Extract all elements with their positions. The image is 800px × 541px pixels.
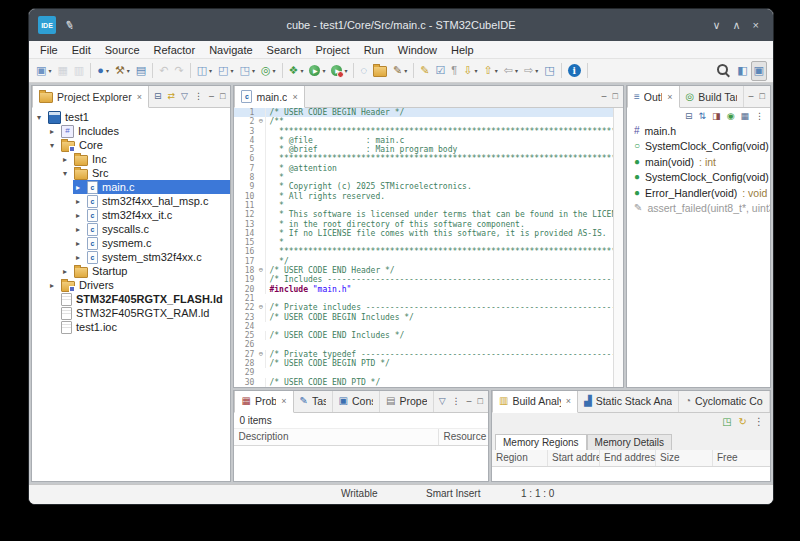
menu-help[interactable]: Help <box>444 43 481 57</box>
tab-outline[interactable]: ≡Outline× <box>627 86 680 108</box>
undo-button[interactable]: ↶ <box>156 61 171 81</box>
fold-marker-icon[interactable]: ⊖ <box>256 117 265 126</box>
tab-static-stack-analyzer[interactable]: ▟Static Stack Analyzer <box>578 391 679 412</box>
minimize-icon[interactable]: ‒ <box>209 92 214 101</box>
tab-problems[interactable]: ▦Problems× <box>234 391 293 413</box>
fold-marker-icon[interactable]: ⊖ <box>256 266 265 275</box>
hide-static-icon[interactable]: ◉ <box>727 111 735 121</box>
outline-item-main-void[interactable]: ●main(void) : int <box>627 154 770 170</box>
open-resource-button[interactable] <box>370 61 390 81</box>
column-header-description[interactable]: Description <box>234 429 439 445</box>
tab-project-explorer[interactable]: Project Explorer× <box>32 86 149 108</box>
save-all-button[interactable]: ▥ <box>71 61 87 81</box>
collapsed-arrow-icon[interactable]: ▸ <box>73 183 83 192</box>
minimize-icon[interactable]: ‒ <box>467 397 472 406</box>
program-flash-button[interactable]: ▤ <box>133 61 149 81</box>
forward-button[interactable]: ⇨▾ <box>521 61 541 81</box>
save-button[interactable]: ▦ <box>54 61 70 81</box>
view-menu-icon[interactable]: ⋮ <box>194 92 203 101</box>
tree-item-stm32f4xx-hal-msp-c[interactable]: ▸stm32f4xx_hal_msp.c <box>32 194 230 208</box>
view-menu-icon[interactable]: ⋮ <box>452 397 461 406</box>
menu-edit[interactable]: Edit <box>65 43 98 57</box>
menu-navigate[interactable]: Navigate <box>202 43 259 57</box>
open-perspective-button[interactable]: ◧ <box>734 61 750 81</box>
redo-button[interactable]: ↷ <box>171 61 186 81</box>
menu-run[interactable]: Run <box>357 43 391 57</box>
search-button[interactable] <box>713 61 734 81</box>
outline-item-systemclock-config-void[interactable]: ●SystemClock_Config(void) : void <box>627 170 770 186</box>
collapsed-arrow-icon[interactable]: ▸ <box>73 211 83 220</box>
collapsed-arrow-icon[interactable]: ▸ <box>60 155 70 164</box>
block-selection-button[interactable]: ☑ <box>432 61 448 81</box>
new-source-file-button[interactable]: ◫▾ <box>194 61 215 81</box>
menu-project[interactable]: Project <box>308 43 356 57</box>
pin-icon[interactable]: ✎ <box>63 18 75 33</box>
tree-item-stm32f405rgtx-ram-ld[interactable]: STM32F405RGTX_RAM.ld <box>32 306 230 320</box>
column-header-size[interactable]: Size <box>656 450 713 466</box>
close-button[interactable]: × <box>753 19 759 32</box>
collapsed-arrow-icon[interactable]: ▸ <box>60 267 70 276</box>
tree-item-sysmem-c[interactable]: ▸sysmem.c <box>32 236 230 250</box>
title-bar[interactable]: IDE ✎ cube - test1/Core/Src/main.c - STM… <box>29 9 773 41</box>
tab-properties[interactable]: ▤Properties <box>380 391 434 412</box>
tab-build-analyzer[interactable]: ▥Build Analyzer× <box>492 391 578 413</box>
subtab-memory-details[interactable]: Memory Details <box>587 434 672 450</box>
tab-cyclomatic-complexity[interactable]: ◔Cyclomatic Complexity <box>679 391 770 412</box>
hide-non-public-icon[interactable]: ▦ <box>740 111 749 121</box>
tree-item-inc[interactable]: ▸Inc <box>32 152 230 166</box>
close-tab-icon[interactable]: × <box>137 92 142 102</box>
tree-item-stm32f405rgtx-flash-ld[interactable]: STM32F405RGTX_FLASH.ld <box>32 292 230 306</box>
column-header-end-address[interactable]: End address <box>600 450 656 466</box>
tree-item-test1[interactable]: ▾test1 <box>32 110 230 124</box>
maximize-icon[interactable]: □ <box>478 397 483 406</box>
column-header-start-address[interactable]: Start address <box>548 450 600 466</box>
maximize-icon[interactable]: □ <box>220 92 225 101</box>
next-annotation-button[interactable]: ⇩▾ <box>460 61 480 81</box>
refresh-icon[interactable]: ↻ <box>739 416 747 427</box>
close-tab-icon[interactable]: × <box>566 396 571 406</box>
outline-item-assert-failed-uint8-t-uint32-t[interactable]: ✎assert_failed(uint8_t*, uint32_t) <box>627 201 770 217</box>
tab-console[interactable]: ▣Console <box>333 391 380 412</box>
coverage-button[interactable]: ◎▾ <box>258 61 279 81</box>
collapsed-arrow-icon[interactable]: ▸ <box>73 253 83 262</box>
minimize-icon[interactable]: ‒ <box>749 92 754 101</box>
cpp-perspective-button[interactable]: ▣ <box>751 61 767 81</box>
target-status-button[interactable]: ●▾ <box>94 61 112 81</box>
collapse-all-icon[interactable]: ⊟ <box>685 111 693 121</box>
link-editor-icon[interactable]: ⇄ <box>168 92 176 101</box>
hide-fields-icon[interactable]: ◨ <box>712 111 721 121</box>
minimize-button[interactable]: ∨ <box>712 19 720 32</box>
fold-marker-icon[interactable]: ⊖ <box>256 350 265 359</box>
collapse-all-icon[interactable]: ⊟ <box>154 92 162 101</box>
maximize-button[interactable]: ∧ <box>733 19 741 32</box>
new-header-file-button[interactable]: ◰▾ <box>215 61 236 81</box>
maximize-icon[interactable]: □ <box>613 92 618 101</box>
show-whitespace-button[interactable]: ¶ <box>448 61 460 81</box>
info-center-button[interactable]: i <box>565 61 584 81</box>
tree-item-startup[interactable]: ▸Startup <box>32 264 230 278</box>
tab-tasks[interactable]: ✎Tasks <box>294 391 333 412</box>
collapsed-arrow-icon[interactable]: ▸ <box>73 239 83 248</box>
tree-item-test1-ioc[interactable]: test1.ioc <box>32 320 230 334</box>
collapsed-arrow-icon[interactable]: ▸ <box>47 281 57 290</box>
subtab-memory-regions[interactable]: Memory Regions <box>495 434 587 450</box>
open-element-button[interactable]: ◌ <box>357 61 370 81</box>
new-wizard-button[interactable]: ▣▾ <box>33 61 54 81</box>
expanded-arrow-icon[interactable]: ▾ <box>60 169 70 178</box>
build-button[interactable]: ⚒▾ <box>112 61 133 81</box>
collapsed-arrow-icon[interactable]: ▸ <box>47 127 57 136</box>
external-tools-button[interactable]: ▶▾ <box>328 61 350 81</box>
tree-item-stm32f4xx-it-c[interactable]: ▸stm32f4xx_it.c <box>32 208 230 222</box>
menu-file[interactable]: File <box>33 43 65 57</box>
close-tab-icon[interactable]: × <box>281 396 286 406</box>
menu-search[interactable]: Search <box>260 43 309 57</box>
code-editor[interactable]: 1/* USER CODE BEGIN Header */2⊖/**3 ****… <box>234 108 613 387</box>
column-header-resource[interactable]: Resource <box>439 429 488 445</box>
prev-annotation-button[interactable]: ⇧▾ <box>480 61 500 81</box>
tab-main-c[interactable]: main.c× <box>234 86 304 108</box>
annotate-button[interactable]: ✎▾ <box>390 61 410 81</box>
debug-button[interactable]: ❖▾ <box>286 61 307 81</box>
run-button[interactable]: ▶▾ <box>306 61 328 81</box>
tree-item-drivers[interactable]: ▸Drivers <box>32 278 230 292</box>
export-icon[interactable]: ◳ <box>722 416 731 427</box>
